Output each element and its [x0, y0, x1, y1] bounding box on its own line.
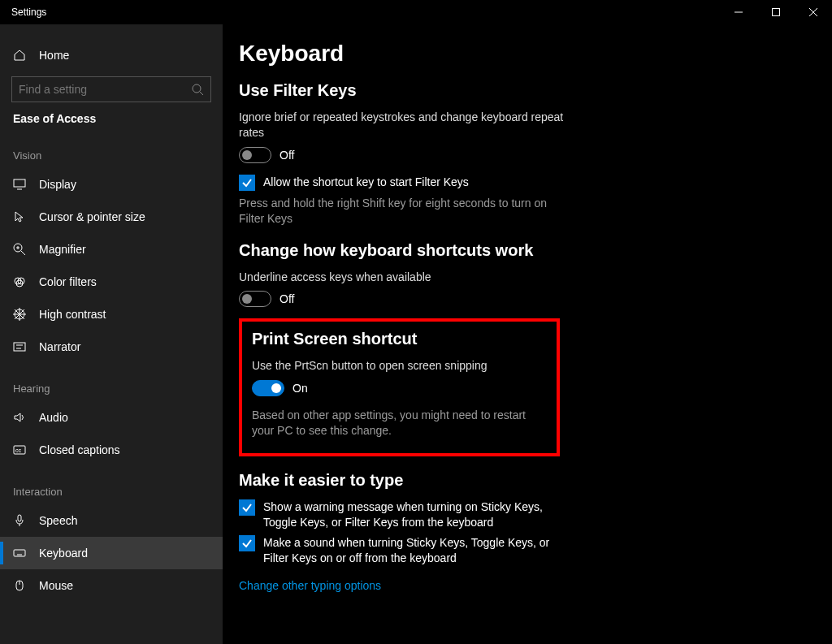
- printscreen-note: Based on other app settings, you might n…: [252, 408, 547, 439]
- sidebar-item-label: Closed captions: [39, 443, 120, 456]
- cursor-icon: [13, 210, 26, 223]
- keyboard-icon: [13, 547, 26, 560]
- sidebar-item-colorfilters[interactable]: Color filters: [0, 266, 223, 298]
- titlebar: Settings: [0, 0, 832, 24]
- sidebar-item-label: Color filters: [39, 275, 97, 288]
- sidebar-item-label: Speech: [39, 514, 77, 527]
- svg-rect-25: [18, 515, 21, 521]
- sidebar-group-vision: Vision: [0, 130, 223, 168]
- svg-rect-6: [14, 179, 25, 187]
- content-scroll[interactable]: Keyboard Use Filter Keys Ignore brief or…: [223, 24, 832, 644]
- sidebar-group-interaction: Interaction: [0, 466, 223, 504]
- minimize-button[interactable]: [720, 0, 757, 24]
- sidebar-item-keyboard[interactable]: Keyboard: [0, 537, 223, 569]
- closed-captions-icon: cc: [13, 443, 26, 456]
- typing-warning-label: Show a warning message when turning on S…: [263, 499, 564, 530]
- sidebar-home[interactable]: Home: [0, 39, 223, 71]
- filter-keys-toggle[interactable]: [239, 147, 271, 163]
- display-icon: [13, 178, 26, 191]
- sidebar-item-narrator[interactable]: Narrator: [0, 331, 223, 363]
- section-printscreen: Print Screen shortcut: [252, 330, 547, 348]
- svg-line-9: [21, 251, 25, 255]
- filter-shortcut-checkbox[interactable]: [239, 175, 255, 191]
- printscreen-state: On: [292, 382, 308, 395]
- shortcuts-desc: Underline access keys when available: [239, 270, 564, 285]
- sidebar-section-title: Ease of Access: [0, 112, 223, 125]
- sidebar-group-hearing: Hearing: [0, 363, 223, 401]
- svg-text:cc: cc: [15, 447, 22, 453]
- sidebar-item-magnifier[interactable]: Magnifier: [0, 233, 223, 266]
- sidebar: Home Ease of Access Vision Display Curso…: [0, 24, 223, 644]
- sidebar-item-display[interactable]: Display: [0, 168, 223, 201]
- section-filter-keys: Use Filter Keys: [239, 81, 800, 100]
- app-title: Settings: [11, 6, 46, 18]
- sidebar-item-audio[interactable]: Audio: [0, 401, 223, 434]
- speech-icon: [13, 514, 26, 527]
- section-shortcuts: Change how keyboard shortcuts work: [239, 241, 800, 260]
- window-controls: [720, 0, 832, 24]
- sidebar-item-label: High contrast: [39, 308, 106, 321]
- sidebar-item-speech[interactable]: Speech: [0, 504, 223, 537]
- sidebar-item-label: Mouse: [39, 579, 73, 592]
- filter-shortcut-label: Allow the shortcut key to start Filter K…: [263, 175, 469, 190]
- printscreen-toggle[interactable]: [252, 380, 284, 396]
- sidebar-item-closedcaptions[interactable]: cc Closed captions: [0, 434, 223, 466]
- printscreen-desc: Use the PrtScn button to open screen sni…: [252, 358, 547, 374]
- svg-rect-20: [14, 343, 25, 351]
- sidebar-item-label: Audio: [39, 411, 68, 424]
- sidebar-item-label: Magnifier: [39, 243, 86, 256]
- svg-rect-1: [773, 9, 780, 16]
- main-content: Keyboard Use Filter Keys Ignore brief or…: [223, 24, 832, 644]
- narrator-icon: [13, 340, 26, 353]
- typing-sound-label: Make a sound when turning Sticky Keys, T…: [263, 535, 564, 566]
- colorfilters-icon: [13, 275, 26, 288]
- typing-sound-checkbox[interactable]: [239, 535, 255, 551]
- search-icon: [191, 83, 204, 96]
- sidebar-item-label: Keyboard: [39, 547, 88, 560]
- section-typing: Make it easier to type: [239, 471, 800, 490]
- filter-keys-desc: Ignore brief or repeated keystrokes and …: [239, 110, 564, 140]
- magnifier-icon: [13, 243, 26, 256]
- audio-icon: [13, 411, 26, 424]
- change-typing-link[interactable]: Change other typing options: [239, 579, 381, 592]
- filter-keys-toggle-state: Off: [280, 149, 294, 162]
- highcontrast-icon: [13, 308, 26, 321]
- search-input[interactable]: [19, 83, 191, 96]
- filter-shortcut-desc: Press and hold the right Shift key for e…: [239, 196, 564, 227]
- sidebar-item-label: Display: [39, 178, 76, 191]
- sidebar-item-label: Cursor & pointer size: [39, 210, 145, 223]
- maximize-button[interactable]: [757, 0, 795, 24]
- page-title: Keyboard: [239, 41, 800, 67]
- typing-warning-checkbox[interactable]: [239, 499, 255, 516]
- svg-point-4: [193, 84, 201, 93]
- underline-keys-toggle[interactable]: [239, 291, 271, 307]
- print-screen-highlight: Print Screen shortcut Use the PrtScn but…: [239, 318, 560, 456]
- close-button[interactable]: [795, 0, 832, 24]
- svg-rect-27: [14, 550, 25, 556]
- sidebar-item-highcontrast[interactable]: High contrast: [0, 298, 223, 331]
- underline-keys-state: Off: [280, 292, 294, 305]
- svg-line-5: [200, 92, 203, 95]
- home-icon: [13, 49, 26, 62]
- sidebar-home-label: Home: [39, 49, 69, 62]
- sidebar-item-cursor[interactable]: Cursor & pointer size: [0, 201, 223, 233]
- search-box[interactable]: [11, 76, 211, 102]
- sidebar-item-label: Narrator: [39, 340, 80, 353]
- mouse-icon: [13, 579, 26, 592]
- sidebar-item-mouse[interactable]: Mouse: [0, 569, 223, 602]
